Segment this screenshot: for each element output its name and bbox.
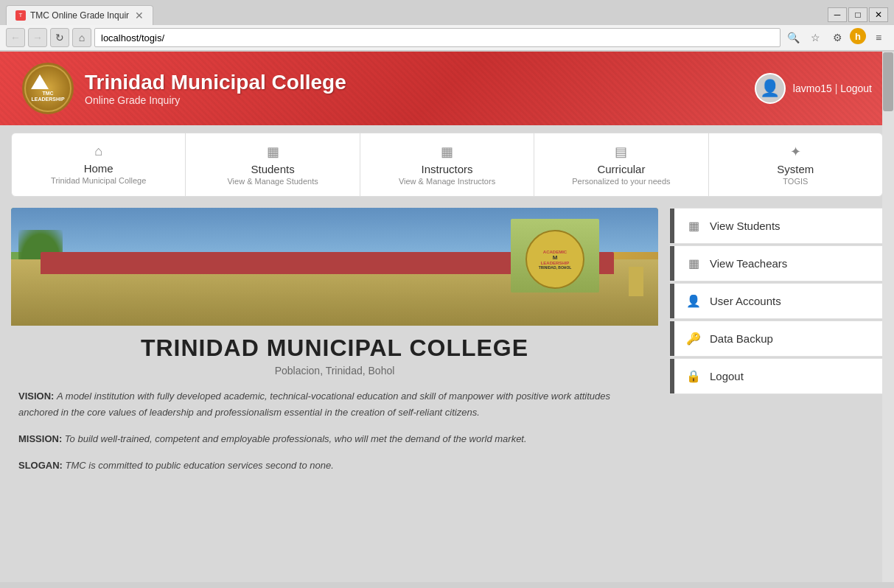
sidebar-item-user-accounts[interactable]: 👤 User Accounts [669,283,883,319]
reload-button[interactable]: ↻ [50,28,69,47]
students-icon: ▦ [193,144,352,160]
nav-system-label: System [716,163,875,175]
tab-bar: T TMC Online Grade Inquir ✕ ─ □ ✕ [0,0,894,25]
toolbar-icons: 🔍 ☆ ⚙ h ≡ [783,28,888,47]
main-content: ACADEMIC M LEADERSHIP TRINIDAD, BOHOL TR… [11,208,883,484]
logout-link[interactable]: Logout [840,83,872,94]
sidebar-logout-label: Logout [710,370,744,382]
nav-curricular-label: Curricular [542,163,700,175]
vision-label: VISION: [18,391,54,402]
scrollbar-track[interactable] [882,52,894,582]
nav-system-sub: TOGIS [716,177,875,186]
logo-inner: TMCLEADERSHIP [26,66,70,111]
sidebar-item-logout[interactable]: 🔒 Logout [669,358,883,394]
avatar: 👤 [755,73,786,104]
sidebar: ▦ View Students ▦ View Teachears 👤 User … [669,208,883,484]
site-header: TMCLEADERSHIP Trinidad Municipal College… [0,52,894,125]
browser-menu-icon[interactable]: ≡ [869,28,888,47]
sidebar-accent [670,321,674,356]
sidebar-view-students-label: View Students [710,220,780,232]
sidebar-view-teachers-label: View Teachears [710,257,787,270]
browser-chrome: T TMC Online Grade Inquir ✕ ─ □ ✕ ← → ↻ … [0,0,894,52]
back-button[interactable]: ← [6,28,25,47]
teachers-list-icon: ▦ [686,256,701,270]
school-name-main: TRINIDAD MUNICIPAL COLLEGE [11,335,658,362]
settings-icon[interactable]: ⚙ [828,28,847,47]
nav-instructors-label: Instructors [368,163,526,175]
mission-label: MISSION: [18,433,62,444]
content-text: VISION: A model institution with fully d… [11,388,658,474]
forward-button[interactable]: → [28,28,47,47]
nav-bar: ⌂ Home Trinidad Municipal College ▦ Stud… [11,133,883,197]
header-right: 👤 lavmo15 | Logout [755,73,872,104]
logo: TMCLEADERSHIP [22,63,74,114]
instructors-icon: ▦ [368,144,526,160]
tab-favicon: T [15,10,26,21]
nav-students-sub: View & Manage Students [193,177,352,186]
new-tab-button[interactable] [156,4,177,25]
mission-text: To build well-trained, competent and emp… [65,433,527,444]
curricular-icon: ▤ [542,144,700,160]
header-left: TMCLEADERSHIP Trinidad Municipal College… [22,63,346,114]
star-icon[interactable]: ☆ [806,28,825,47]
tab-title: TMC Online Grade Inquir [30,10,129,21]
system-icon: ✦ [716,144,875,160]
nav-item-curricular[interactable]: ▤ Curricular Personalized to your needs [534,133,708,196]
username-link[interactable]: lavmo15 [793,83,832,94]
hero-section: ACADEMIC M LEADERSHIP TRINIDAD, BOHOL TR… [11,208,658,484]
hero-image: ACADEMIC M LEADERSHIP TRINIDAD, BOHOL [11,208,658,326]
tab-close-button[interactable]: ✕ [135,10,144,21]
address-bar[interactable] [94,28,780,47]
sidebar-data-backup-label: Data Backup [710,332,773,345]
minimize-button[interactable]: ─ [828,7,847,22]
toolbar: ← → ↻ ⌂ 🔍 ☆ ⚙ h ≡ [0,25,894,51]
sidebar-user-accounts-label: User Accounts [710,295,781,307]
nav-item-home[interactable]: ⌂ Home Trinidad Municipal College [12,133,186,196]
user-info: lavmo15 | Logout [793,83,872,94]
data-backup-icon: 🔑 [686,332,701,346]
search-icon[interactable]: 🔍 [783,28,803,47]
maximize-button[interactable]: □ [848,7,867,22]
sidebar-item-data-backup[interactable]: 🔑 Data Backup [669,321,883,357]
browser-tab[interactable]: T TMC Online Grade Inquir ✕ [6,5,153,25]
site-name: Trinidad Municipal College [85,71,346,94]
nav-item-students[interactable]: ▦ Students View & Manage Students [186,133,360,196]
nav-item-instructors[interactable]: ▦ Instructors View & Manage Instructors [360,133,534,196]
sidebar-item-view-teachers[interactable]: ▦ View Teachears [669,245,883,281]
nav-instructors-sub: View & Manage Instructors [368,177,526,186]
sidebar-item-view-students[interactable]: ▦ View Students [669,208,883,244]
home-button[interactable]: ⌂ [72,28,91,47]
slogan-text: TMC is committed to public education ser… [66,460,334,471]
window-controls: ─ □ ✕ [828,7,888,22]
students-list-icon: ▦ [686,219,701,233]
close-button[interactable]: ✕ [869,7,888,22]
nav-students-label: Students [193,163,352,175]
logout-icon: 🔒 [686,369,701,383]
sidebar-accent [670,209,674,243]
vision-text: A model institution with fully developed… [18,391,610,418]
sidebar-accent [670,246,674,281]
nav-curricular-sub: Personalized to your needs [542,177,700,186]
scrollbar-thumb[interactable] [883,52,893,111]
sidebar-accent [670,359,674,393]
user-accounts-icon: 👤 [686,294,701,308]
slogan-label: SLOGAN: [18,460,63,471]
menu-icon[interactable]: h [850,28,866,44]
header-title: Trinidad Municipal College Online Grade … [85,71,346,106]
nav-item-system[interactable]: ✦ System TOGIS [709,133,882,196]
school-address: Poblacion, Trinidad, Bohol [11,365,658,377]
sidebar-accent [670,284,674,318]
nav-home-sub: Trinidad Municipal College [19,176,178,185]
home-icon: ⌂ [19,144,178,159]
site-tagline: Online Grade Inquiry [85,94,346,106]
nav-home-label: Home [19,162,178,175]
page-content: TMCLEADERSHIP Trinidad Municipal College… [0,52,894,582]
